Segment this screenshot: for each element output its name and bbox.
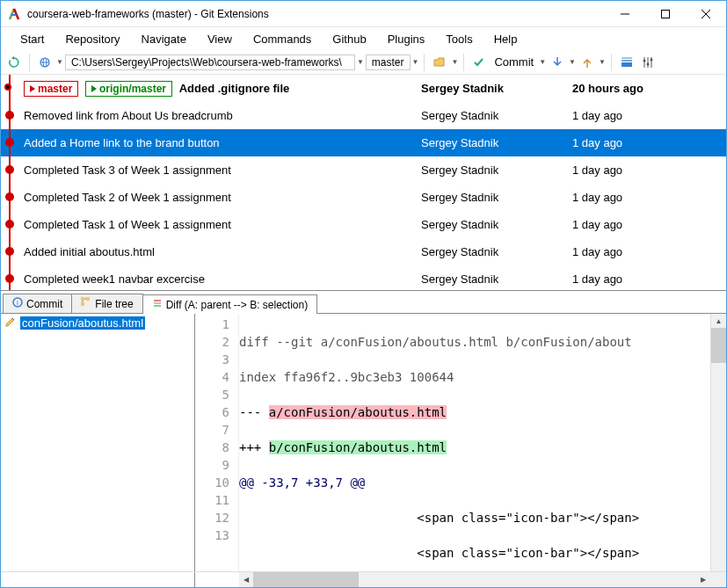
scroll-thumb[interactable] [253,572,359,587]
stash-icon[interactable] [617,53,636,72]
commit-row[interactable]: Completed Task 1 of Week 1 assignment Se… [1,211,726,238]
diff-area: conFusion/aboutus.html 12345678910111213… [1,314,726,571]
commit-message: Completed week1 navbar excercise [20,272,421,286]
settings-icon[interactable] [638,53,658,72]
scroll-up-icon[interactable]: ▲ [711,314,726,328]
branch-tag-local[interactable]: master [24,81,78,97]
menu-tools[interactable]: Tools [437,30,481,48]
commit-date: 1 day ago [572,272,726,286]
commit-message: Removed link from About Us breadcrumb [20,109,421,122]
commit-date: 20 hours ago [572,82,643,95]
tab-diff[interactable]: Diff (A: parent --> B: selection) [142,294,318,314]
push-icon[interactable] [578,53,597,72]
commit-list[interactable]: master origin/master Added .gitignore fi… [1,75,726,291]
commit-row[interactable]: Completed week1 navbar excercise Sergey … [1,265,726,291]
svg-text:i: i [17,299,18,307]
repo-path[interactable]: C:\Users\Sergey\Projects\Web\coursera-we… [65,54,355,70]
commit-author: Sergey Stadnik [421,163,572,177]
commit-author: Sergey Stadnik [421,218,572,231]
svg-point-15 [650,58,652,61]
commit-author: Sergey Stadnik [421,109,572,122]
commit-author: Sergey Stadnik [421,136,572,149]
commit-message: Completed Task 3 of Week 1 assignment [20,163,421,177]
menu-github[interactable]: Github [324,30,374,48]
svg-point-13 [643,59,645,62]
diff-icon [152,298,163,311]
branch-selector[interactable]: master [366,54,411,70]
app-icon [8,7,22,21]
horizontal-scrollbar[interactable]: ◀ ▶ [1,571,726,587]
pull-icon[interactable] [548,53,567,72]
commit-button[interactable]: Commit [491,55,537,69]
file-item[interactable]: conFusion/aboutus.html [1,314,194,332]
svg-point-14 [646,62,649,65]
menu-repository[interactable]: Repository [56,30,128,48]
commit-message: Completed Task 1 of Week 1 assignment [20,218,421,231]
edit-icon [4,316,17,330]
commit-date: 1 day ago [572,109,726,122]
menu-view[interactable]: View [199,30,241,48]
svg-rect-19 [86,297,90,301]
scroll-right-icon[interactable]: ▶ [696,572,710,587]
menu-navigate[interactable]: Navigate [133,30,195,48]
commit-date: 1 day ago [572,245,726,258]
tree-icon [81,297,91,310]
detail-tabs: i Commit File tree Diff (A: parent --> B… [1,291,726,314]
window-title: coursera-web-frameworks (master) - Git E… [27,8,605,20]
detail-pane: i Commit File tree Diff (A: parent --> B… [1,291,726,587]
svg-rect-18 [81,297,84,301]
close-button[interactable] [686,1,726,26]
commit-row[interactable]: Added initial aboutus.html Sergey Stadni… [1,238,726,265]
info-icon: i [12,297,23,310]
commit-row[interactable]: Completed Task 2 of Week 1 assignment Se… [1,184,726,211]
commit-message: Added a Home link to the brand button [20,136,421,149]
menu-plugins[interactable]: Plugins [379,30,434,48]
commit-message: Added .gitignore file [179,82,290,95]
commit-author: Sergey Stadnik [421,272,572,286]
titlebar[interactable]: coursera-web-frameworks (master) - Git E… [1,1,726,27]
tab-commit[interactable]: i Commit [3,294,72,313]
globe-icon[interactable] [35,53,55,72]
svg-rect-8 [622,60,632,62]
maximize-button[interactable] [645,1,686,26]
svg-rect-20 [81,302,84,306]
commit-message: Completed Task 2 of Week 1 assignment [20,191,421,204]
refresh-icon[interactable] [4,53,24,72]
menu-help[interactable]: Help [485,30,527,48]
commit-row[interactable]: Added a Home link to the brand button Se… [1,129,726,156]
minimize-button[interactable] [605,1,645,26]
scroll-left-icon[interactable]: ◀ [239,572,253,587]
commit-date: 1 day ago [572,191,726,204]
commit-author: Sergey Stadnik [421,82,504,95]
line-number-gutter: 12345678910111213 [195,314,239,571]
scroll-thumb[interactable] [711,328,726,363]
commit-row[interactable]: master origin/master Added .gitignore fi… [1,75,726,102]
commit-date: 1 day ago [572,218,726,231]
commit-check-icon [469,53,489,72]
svg-rect-7 [622,62,632,67]
file-list[interactable]: conFusion/aboutus.html [1,314,195,571]
open-folder-icon[interactable] [430,53,449,72]
commit-row[interactable]: Completed Task 3 of Week 1 assignment Se… [1,156,726,184]
toolbar: ▼ C:\Users\Sergey\Projects\Web\coursera-… [1,50,726,75]
app-window: coursera-web-frameworks (master) - Git E… [0,0,727,588]
menu-start[interactable]: Start [11,30,53,48]
commit-date: 1 day ago [572,163,726,177]
vertical-scrollbar[interactable]: ▲ [710,314,726,571]
commit-date: 1 day ago [572,136,726,149]
menu-commands[interactable]: Commands [244,30,320,48]
commit-author: Sergey Stadnik [421,191,572,204]
commit-author: Sergey Stadnik [421,245,572,258]
diff-content[interactable]: diff --git a/conFusion/aboutus.html b/co… [239,314,710,571]
commit-message: Added initial aboutus.html [20,245,421,258]
svg-rect-1 [662,10,670,18]
commit-row[interactable]: Removed link from About Us breadcrumb Se… [1,102,726,129]
window-controls [605,1,726,26]
tab-filetree[interactable]: File tree [71,294,142,313]
menubar: Start Repository Navigate View Commands … [1,27,726,50]
file-name: conFusion/aboutus.html [20,316,145,330]
svg-rect-9 [622,57,632,59]
branch-tag-remote[interactable]: origin/master [85,81,172,97]
